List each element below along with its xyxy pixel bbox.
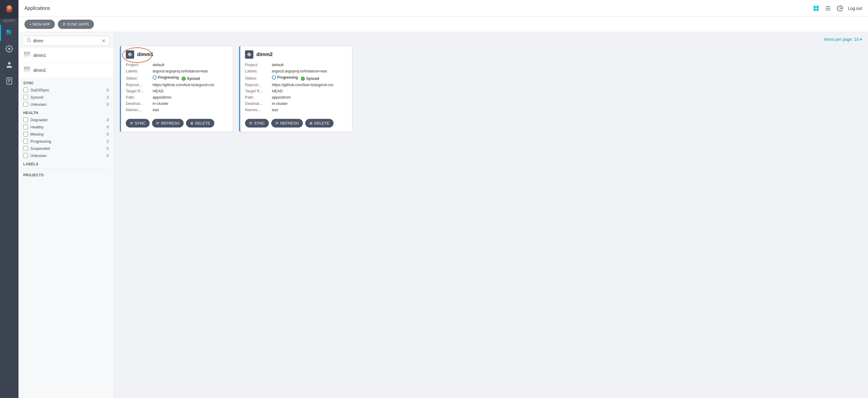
filter-degraded-count: 0 xyxy=(107,118,109,122)
filter-degraded[interactable]: Degraded 0 xyxy=(19,116,114,123)
svg-rect-9 xyxy=(9,32,11,35)
app-card-dimm1-labels-label: Labels: xyxy=(126,69,153,73)
svg-point-4 xyxy=(8,7,9,7)
filter-health-unknown-checkbox[interactable] xyxy=(23,153,28,158)
nav-applications[interactable] xyxy=(0,25,19,41)
search-bar[interactable]: ✕ xyxy=(22,36,110,46)
list-view-button[interactable] xyxy=(824,4,832,12)
filter-progressing-checkbox[interactable] xyxy=(23,139,28,143)
svg-point-10 xyxy=(8,62,11,65)
app-card-dimm1-status-row: Status: Progressing ✓ Synced xyxy=(126,74,228,81)
svg-rect-18 xyxy=(816,8,818,10)
svg-rect-25 xyxy=(24,56,30,57)
app-card-dimm1-repo-row: Reposit... https://github.com/lsst-ts/ar… xyxy=(126,81,228,88)
filter-sync-unknown-count: 0 xyxy=(107,102,109,107)
app-card-dimm2-project-value: default xyxy=(272,63,283,67)
filter-sync-unknown-checkbox[interactable] xyxy=(23,102,28,107)
svg-rect-26 xyxy=(24,67,30,68)
filter-progressing[interactable]: Progressing 2 xyxy=(19,138,114,145)
filter-health-unknown-label: Unknown xyxy=(30,154,104,158)
pie-view-button[interactable] xyxy=(836,4,844,12)
app-card-dimm2-title[interactable]: dimm2 xyxy=(256,52,273,58)
svg-rect-17 xyxy=(814,8,816,10)
synced-text-2: Synced xyxy=(306,76,319,81)
progressing-text-2: Progressing xyxy=(277,75,298,79)
status-synced-badge-2: ✓ Synced xyxy=(301,76,319,81)
app-card-dimm2-ns-label: Names... xyxy=(245,107,272,112)
app-card-dimm2-dest-row: Destinat... in-cluster xyxy=(245,100,347,107)
synced-dot: ✓ xyxy=(182,76,186,81)
dimm2-delete-button[interactable]: ⊗ DELETE xyxy=(305,119,334,128)
refresh-icon: ⟳ xyxy=(156,121,159,125)
filter-degraded-checkbox[interactable] xyxy=(23,118,28,122)
search-clear-button[interactable]: ✕ xyxy=(102,38,105,44)
filter-healthy[interactable]: Healthy 0 xyxy=(19,123,114,131)
app-card-dimm1-status-label: Status: xyxy=(126,76,153,80)
app-card-dimm2-status-label: Status: xyxy=(245,76,272,80)
logo[interactable] xyxy=(0,0,19,19)
filter-missing[interactable]: Missing 0 xyxy=(19,131,114,138)
app-card-dimm1-repo-label: Reposit... xyxy=(126,82,153,87)
app-card-dimm2: dimm2 Project: default Labels: argocd.ar… xyxy=(239,46,352,132)
svg-rect-7 xyxy=(9,30,11,32)
app-card-dimm1-title[interactable]: dimm1 xyxy=(137,52,154,58)
sidebar-app-dimm1[interactable]: dimm1 xyxy=(19,48,114,63)
nav-docs[interactable] xyxy=(0,73,19,89)
progressing-dot-2 xyxy=(272,75,276,79)
grid-view-button[interactable] xyxy=(812,4,820,12)
sync-icon: ⟳ xyxy=(130,121,133,125)
svg-rect-11 xyxy=(6,78,11,84)
app-card-dimm2-target-row: Target R... HEAD xyxy=(245,88,347,94)
app-card-dimm1-target-value: HEAD xyxy=(153,89,163,93)
app-card-dimm2-repo-row: Reposit... https://github.com/lsst-ts/ar… xyxy=(245,81,347,88)
nav-user[interactable] xyxy=(0,57,19,73)
filter-out-of-sync-checkbox[interactable] xyxy=(23,88,28,92)
logout-button[interactable]: Log out xyxy=(848,6,862,11)
filter-missing-label: Missing xyxy=(30,132,104,136)
version-label: v2.0.4+C xyxy=(3,19,15,22)
search-input[interactable] xyxy=(33,38,102,43)
app-card-dimm1-dest-label: Destinat... xyxy=(126,101,153,106)
filter-suspended[interactable]: Suspended 0 xyxy=(19,145,114,152)
progressing-text: Progressing xyxy=(158,75,179,79)
page-title: Applications xyxy=(25,6,50,11)
app-card-dimm2-status-value: Progressing ✓ Synced xyxy=(272,75,321,81)
app-card-dimm2-dest-value: in-cluster xyxy=(272,101,288,106)
app-card-dimm2-labels-label: Labels: xyxy=(245,69,272,73)
projects-section-title: PROJECTS xyxy=(19,170,114,178)
filter-suspended-checkbox[interactable] xyxy=(23,146,28,151)
app-card-dimm2-path-row: Path: apps/dimm xyxy=(245,94,347,100)
sync-apps-button[interactable]: ⟳ SYNC APPS xyxy=(58,20,94,29)
new-app-button[interactable]: + NEW APP xyxy=(25,20,55,29)
filter-missing-checkbox[interactable] xyxy=(23,132,28,136)
app-card-dimm1-status-value: Progressing ✓ Synced xyxy=(153,75,202,81)
app-card-dimm1-ns-label: Names... xyxy=(126,107,153,112)
dimm1-refresh-button[interactable]: ⟳ REFRESH xyxy=(152,119,184,128)
filter-healthy-checkbox[interactable] xyxy=(23,125,28,129)
dimm1-sync-button[interactable]: ⟳ SYNC xyxy=(126,119,150,128)
app-card-dimm1-dest-row: Destinat... in-cluster xyxy=(126,100,228,107)
sidebar-app-dimm2[interactable]: dimm2 xyxy=(19,63,114,77)
app-card-dimm1-dest-value: in-cluster xyxy=(153,101,168,106)
app-git-icon-dimm2 xyxy=(245,51,253,59)
filter-health-unknown-count: 0 xyxy=(107,154,109,158)
filter-synced[interactable]: Synced 2 xyxy=(19,94,114,101)
filter-sync-unknown-label: Unknown xyxy=(30,102,104,107)
nav-settings[interactable] xyxy=(0,41,19,57)
delete-icon-2: ⊗ xyxy=(309,121,313,125)
app-card-dimm1-target-row: Target R... HEAD xyxy=(126,88,228,94)
app-card-dimm2-header: dimm2 xyxy=(240,46,352,62)
svg-rect-8 xyxy=(6,32,9,35)
app-card-dimm2-actions: ⟳ SYNC ⟳ REFRESH ⊗ DELETE xyxy=(240,116,352,132)
topbar: Applications Log out xyxy=(19,0,868,17)
filter-sync-unknown[interactable]: Unknown 0 xyxy=(19,101,114,108)
app-card-dimm1-actions: ⟳ SYNC ⟳ REFRESH ⊗ DELETE xyxy=(121,116,233,132)
dimm2-refresh-button[interactable]: ⟳ REFRESH xyxy=(271,119,303,128)
app-icon-dimm1 xyxy=(23,51,30,60)
dimm1-delete-button[interactable]: ⊗ DELETE xyxy=(186,119,214,128)
items-per-page[interactable]: Items per page: 10 ▾ xyxy=(824,37,862,42)
filter-health-unknown[interactable]: Unknown 0 xyxy=(19,152,114,159)
dimm2-sync-button[interactable]: ⟳ SYNC xyxy=(245,119,269,128)
filter-out-of-sync[interactable]: OutOfSync 0 xyxy=(19,87,114,94)
filter-synced-checkbox[interactable] xyxy=(23,95,28,100)
